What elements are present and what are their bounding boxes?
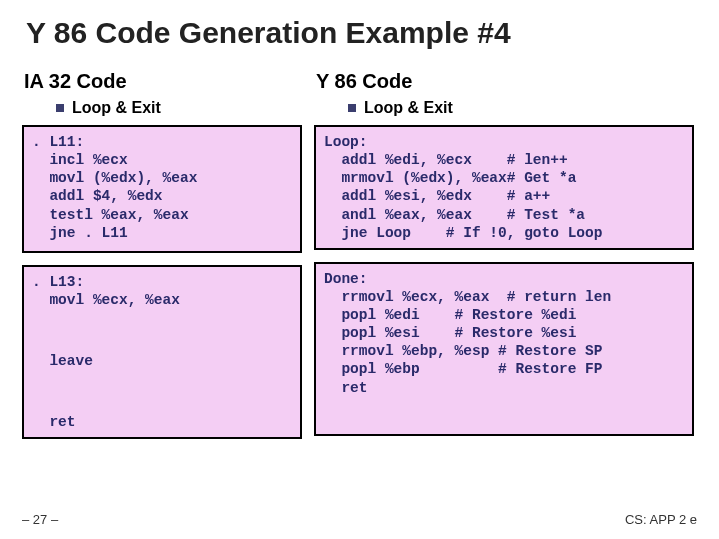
- page-number: – 27 –: [22, 512, 58, 527]
- code-ia32-ret: ret: [32, 413, 292, 431]
- code-ia32-l13: . L13: movl %ecx, %eax: [32, 273, 292, 309]
- content-columns: IA 32 Code Loop & Exit . L11: incl %ecx …: [22, 70, 697, 451]
- code-ia32-leave: leave: [32, 352, 292, 370]
- subhead-y86: Loop & Exit: [364, 99, 453, 117]
- bullet-icon: [348, 104, 356, 112]
- code-box-y86-loop: Loop: addl %edi, %ecx # len++ mrmovl (%e…: [314, 125, 694, 250]
- slide-title: Y 86 Code Generation Example #4: [22, 16, 697, 50]
- code-box-ia32-loop: . L11: incl %ecx movl (%edx), %eax addl …: [22, 125, 302, 253]
- heading-y86: Y 86 Code: [314, 70, 694, 93]
- heading-ia32: IA 32 Code: [22, 70, 302, 93]
- subhead-row-ia32: Loop & Exit: [22, 99, 302, 117]
- column-y86: Y 86 Code Loop & Exit Loop: addl %edi, %…: [314, 70, 694, 451]
- bullet-icon: [56, 104, 64, 112]
- code-box-y86-done: Done: rrmovl %ecx, %eax # return len pop…: [314, 262, 694, 436]
- code-box-ia32-exit: . L13: movl %ecx, %eax leave ret: [22, 265, 302, 439]
- subhead-ia32: Loop & Exit: [72, 99, 161, 117]
- footer-credit: CS: APP 2 e: [625, 512, 697, 527]
- subhead-row-y86: Loop & Exit: [314, 99, 694, 117]
- slide-footer: – 27 – CS: APP 2 e: [22, 512, 697, 527]
- column-ia32: IA 32 Code Loop & Exit . L11: incl %ecx …: [22, 70, 302, 451]
